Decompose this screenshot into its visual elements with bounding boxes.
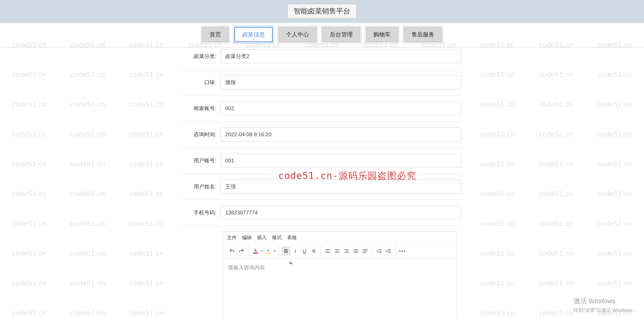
highlight-icon[interactable]: ✎ [264,246,273,256]
editor-toolbar: A ✎ B I U S ••• [223,244,456,259]
nav-cart[interactable]: 购物车 [366,27,398,42]
header-bar: 智能卤菜销售平台 [0,0,644,23]
menu-insert[interactable]: 插入 [257,234,267,241]
bold-icon[interactable]: B [281,246,291,256]
nav-personal[interactable]: 个人中心 [278,27,316,42]
label-category: 卤菜分类: [183,53,220,60]
editor-placeholder: 请输入咨询内容 [228,264,265,270]
align-justify-icon[interactable] [351,246,360,256]
nav-admin[interactable]: 后台管理 [322,27,360,42]
menu-table[interactable]: 表格 [287,234,297,241]
menu-edit[interactable]: 编辑 [242,234,252,241]
cursor-icon: ↖ [289,260,294,267]
windows-activation-notice: 激活 Windows 转到"设置"以激活 Windows。 [574,296,637,314]
nav-service[interactable]: 售后服务 [404,27,442,42]
align-right-icon[interactable] [342,246,351,256]
underline-icon[interactable]: U [300,246,309,256]
input-merchant[interactable] [220,101,461,116]
menu-file[interactable]: 文件 [227,234,237,241]
label-time: 咨询时间: [183,131,220,138]
input-taste[interactable] [220,75,461,90]
nav-info[interactable]: 卤菜信息 [234,27,273,42]
nav-home[interactable]: 首页 [202,27,228,42]
strikethrough-icon[interactable]: S [309,246,318,256]
align-left-icon[interactable] [323,246,332,256]
input-username[interactable] [220,180,461,194]
label-phone: 手机号码: [183,209,220,216]
input-phone[interactable] [220,206,461,220]
form-panel: 卤菜分类: 口味: 商家账号: 咨询时间: 用户账号: 用户姓名: 手机号码: … [176,48,468,318]
editor-menubar: 文件 编辑 插入 格式 表格 [223,232,456,244]
highlight-dropdown[interactable] [273,250,276,252]
label-merchant: 商家账号: [183,105,220,112]
win-line2: 转到"设置"以激活 Windows。 [574,307,637,314]
input-time[interactable] [220,128,461,142]
rich-editor: 文件 编辑 插入 格式 表格 A ✎ B I U S [222,231,457,318]
align-center-icon[interactable] [332,246,342,256]
input-user[interactable] [220,154,461,168]
indent-icon[interactable] [384,246,393,256]
label-taste: 口味: [183,79,220,86]
menu-format[interactable]: 格式 [272,234,282,241]
redo-icon[interactable] [237,246,246,256]
more-icon[interactable]: ••• [398,246,407,256]
nav-bar: 首页 卤菜信息 个人中心 后台管理 购物车 售后服务 [0,23,644,48]
align-distribute-icon[interactable] [360,246,370,256]
text-color-icon[interactable]: A [251,246,260,256]
label-username: 用户姓名: [183,183,220,190]
page-title: 智能卤菜销售平台 [287,4,357,19]
win-line1: 激活 Windows [574,296,637,306]
input-category[interactable] [220,49,461,64]
editor-content[interactable]: 请输入咨询内容 ↖ [223,259,456,318]
undo-icon[interactable] [228,246,237,256]
italic-icon[interactable]: I [291,246,300,256]
label-user: 用户账号: [183,157,220,164]
outdent-icon[interactable] [374,246,384,256]
text-color-dropdown[interactable] [260,250,264,252]
